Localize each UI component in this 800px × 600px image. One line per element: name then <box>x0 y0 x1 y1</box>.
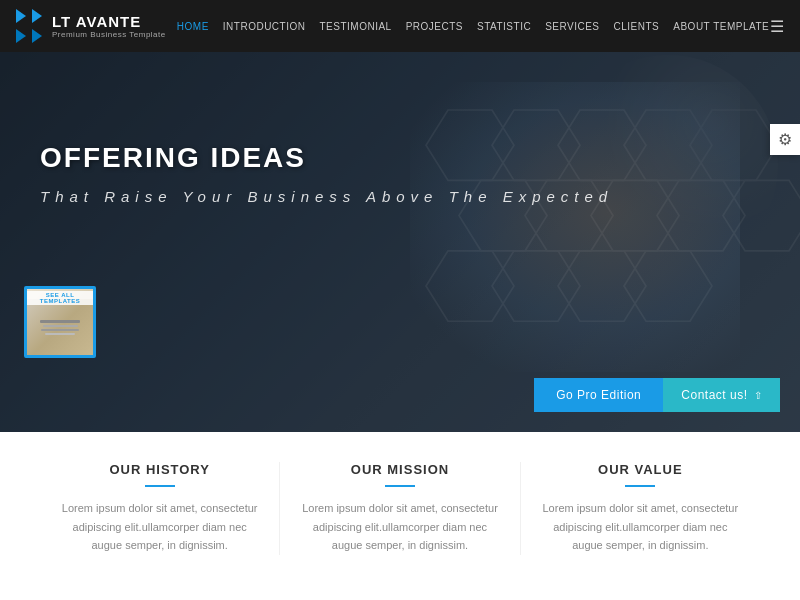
info-mission-title: OUR MISSION <box>300 462 499 477</box>
settings-panel[interactable]: ⚙ <box>770 124 800 155</box>
info-col-value: OUR VALUE Lorem ipsum dolor sit amet, co… <box>521 462 760 555</box>
info-history-text: Lorem ipsum dolor sit amet, consectetur … <box>60 499 259 555</box>
nav-statistic[interactable]: STATISTIC <box>477 21 531 32</box>
logo[interactable]: LT AVANTE Premium Business Template <box>16 9 176 43</box>
nav-right: ☰ <box>770 17 784 36</box>
nav-testimonial[interactable]: TESTIMONIAL <box>319 21 391 32</box>
info-value-text: Lorem ipsum dolor sit amet, consectetur … <box>541 499 740 555</box>
info-mission-text: Lorem ipsum dolor sit amet, consectetur … <box>300 499 499 555</box>
hero-heading: OFFERING IDEAS <box>40 142 760 174</box>
hero-ctas: Go Pro Edition Contact us! ⇧ <box>534 378 780 412</box>
arrow-icon-3 <box>16 29 26 43</box>
info-col-history: OUR HISTORY Lorem ipsum dolor sit amet, … <box>40 462 280 555</box>
nav-introduction[interactable]: INTRODUCTION <box>223 21 306 32</box>
brand-tagline: Premium Business Template <box>52 30 166 39</box>
info-value-divider <box>625 485 655 487</box>
nav-projects[interactable]: PROJECTS <box>406 21 463 32</box>
info-section: OUR HISTORY Lorem ipsum dolor sit amet, … <box>0 432 800 579</box>
contact-label: Contact us! <box>681 388 747 402</box>
gear-icon: ⚙ <box>778 130 792 149</box>
hamburger-icon[interactable]: ☰ <box>770 17 784 36</box>
nav-links: HOME INTRODUCTION TESTIMONIAL PROJECTS S… <box>176 21 770 32</box>
go-pro-button[interactable]: Go Pro Edition <box>534 378 663 412</box>
nav-about[interactable]: ABOUT TEMPLATE <box>673 21 769 32</box>
contact-button[interactable]: Contact us! ⇧ <box>663 378 780 412</box>
nav-home[interactable]: HOME <box>177 21 209 32</box>
hero-content: OFFERING IDEAS That Raise Your Business … <box>0 52 800 205</box>
info-mission-divider <box>385 485 415 487</box>
info-history-title: OUR HISTORY <box>60 462 259 477</box>
brand-name: LT AVANTE <box>52 13 166 30</box>
chevron-up-icon: ⇧ <box>754 390 763 401</box>
logo-arrows <box>16 9 42 43</box>
info-col-mission: OUR MISSION Lorem ipsum dolor sit amet, … <box>280 462 520 555</box>
hero-section: OFFERING IDEAS That Raise Your Business … <box>0 52 800 432</box>
info-value-title: OUR VALUE <box>541 462 740 477</box>
nav-clients[interactable]: CLIENTS <box>614 21 660 32</box>
hero-subheading: That Raise Your Business Above The Expec… <box>40 188 760 205</box>
thumbnail-card[interactable]: SEE ALL TEMPLATES <box>24 286 96 358</box>
navbar: LT AVANTE Premium Business Template HOME… <box>0 0 800 52</box>
arrow-icon-4 <box>32 29 42 43</box>
arrow-icon-1 <box>16 9 26 23</box>
nav-services[interactable]: SERVICES <box>545 21 599 32</box>
logo-text: LT AVANTE Premium Business Template <box>52 13 166 39</box>
arrow-icon-2 <box>32 9 42 23</box>
thumbnail-label: SEE ALL TEMPLATES <box>27 291 93 305</box>
info-history-divider <box>145 485 175 487</box>
